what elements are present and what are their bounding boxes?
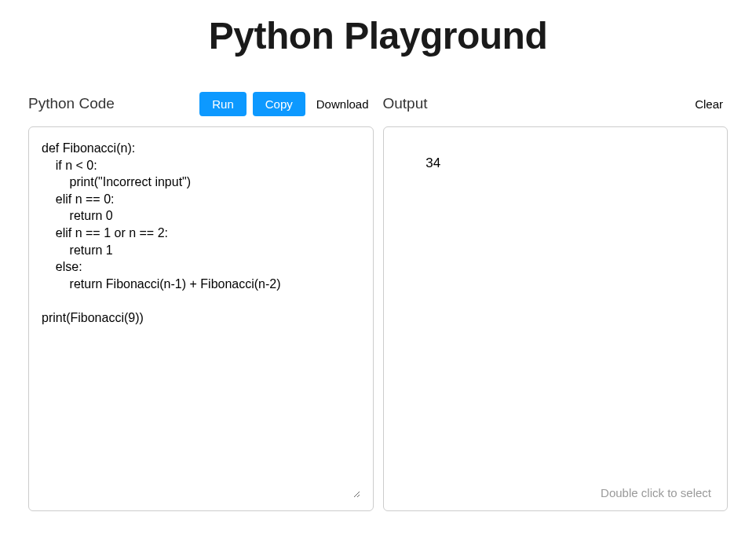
output-panel-actions: Clear [690, 92, 728, 116]
page-title: Python Playground [28, 14, 728, 57]
code-panel-actions: Run Copy Download [199, 92, 373, 116]
output-hint: Double click to select [601, 486, 711, 499]
output-panel-label: Output [383, 95, 428, 112]
download-button[interactable]: Download [312, 92, 374, 116]
code-panel-header: Python Code Run Copy Download [28, 90, 374, 117]
copy-button[interactable]: Copy [253, 92, 305, 116]
code-panel-label: Python Code [28, 95, 115, 112]
code-panel: Python Code Run Copy Download [28, 90, 374, 511]
clear-button[interactable]: Clear [690, 92, 728, 116]
output-panel-header: Output Clear [383, 90, 729, 117]
output-text: 34 [425, 155, 440, 170]
output-panel: Output Clear 34 Double click to select [383, 90, 729, 511]
code-editor[interactable] [42, 140, 360, 498]
code-editor-container [28, 126, 374, 511]
run-button[interactable]: Run [199, 92, 247, 116]
output-display[interactable]: 34 Double click to select [383, 126, 729, 511]
